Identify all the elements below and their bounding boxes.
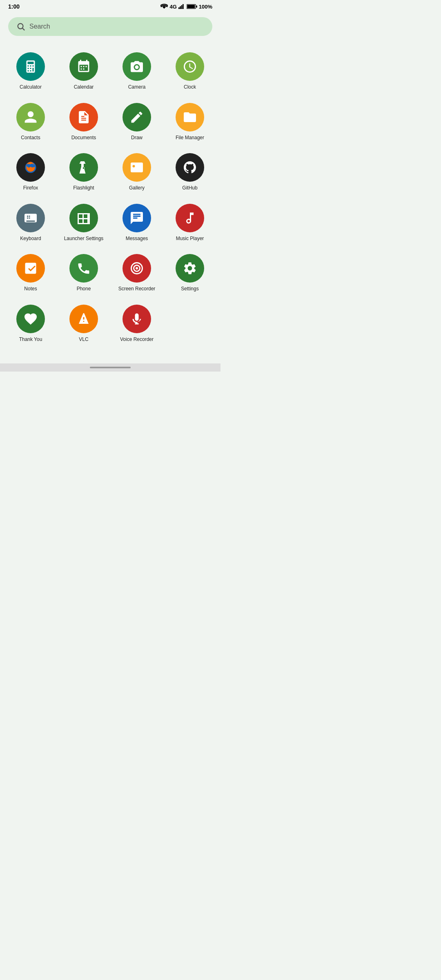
- calculator-icon: [16, 52, 45, 81]
- launcher-settings-icon-bg: [69, 204, 98, 232]
- app-item-voice-recorder[interactable]: Voice Recorder: [112, 301, 161, 347]
- app-item-music-player[interactable]: Music Player: [165, 200, 214, 246]
- settings-label: Settings: [181, 286, 198, 292]
- music-player-label: Music Player: [176, 236, 204, 242]
- app-item-settings[interactable]: Settings: [165, 250, 214, 296]
- settings-icon-bg: [176, 254, 204, 283]
- documents-icon-bg: [69, 103, 98, 131]
- thank-you-icon-bg: [16, 305, 45, 333]
- app-item-gallery[interactable]: Gallery: [112, 149, 161, 196]
- app-item-draw[interactable]: Draw: [112, 99, 161, 145]
- app-item-phone[interactable]: Phone: [59, 250, 108, 296]
- contacts-icon-bg: [16, 103, 45, 131]
- contacts-label: Contacts: [21, 135, 40, 141]
- search-placeholder: Search: [29, 23, 50, 30]
- firefox-icon-bg: [16, 153, 45, 182]
- music-player-icon-bg: [176, 204, 204, 232]
- app-item-notes[interactable]: Notes: [6, 250, 55, 296]
- flashlight-icon-bg: [69, 153, 98, 182]
- messages-label: Messages: [126, 236, 148, 242]
- app-item-firefox[interactable]: Firefox: [6, 149, 55, 196]
- app-item-vlc[interactable]: VLC: [59, 301, 108, 347]
- keyboard-icon-bg: [16, 204, 45, 232]
- documents-label: Documents: [71, 135, 96, 141]
- calendar-icon: [69, 52, 98, 81]
- vlc-label: VLC: [79, 336, 88, 343]
- app-item-camera[interactable]: Camera: [112, 48, 161, 95]
- svg-rect-0: [178, 7, 180, 9]
- voice-recorder-icon-bg: [122, 305, 151, 333]
- svg-rect-5: [196, 5, 197, 7]
- clock-icon-bg: [176, 52, 204, 81]
- camera-label: Camera: [128, 84, 146, 91]
- svg-point-12: [136, 267, 138, 270]
- notes-label: Notes: [24, 286, 37, 292]
- network-label: 4G: [169, 4, 176, 10]
- app-item-clock[interactable]: Clock: [165, 48, 214, 95]
- wifi-icon: [160, 4, 168, 9]
- draw-icon-bg: [122, 103, 151, 131]
- app-grid: Calculator Calendar Camera Clock Contact…: [0, 44, 220, 359]
- gallery-label: Gallery: [129, 185, 145, 192]
- app-item-github[interactable]: GitHub: [165, 149, 214, 196]
- messages-icon-bg: [122, 204, 151, 232]
- app-item-file-manager[interactable]: File Manager: [165, 99, 214, 145]
- app-item-contacts[interactable]: Contacts: [6, 99, 55, 145]
- notes-icon-bg: [16, 254, 45, 283]
- app-item-flashlight[interactable]: Flashlight: [59, 149, 108, 196]
- voice-recorder-label: Voice Recorder: [120, 336, 154, 343]
- flashlight-label: Flashlight: [73, 185, 94, 192]
- app-item-thank-you[interactable]: Thank You: [6, 301, 55, 347]
- status-bar: 1:00 4G 100%: [0, 0, 220, 13]
- svg-rect-2: [181, 5, 182, 9]
- keyboard-label: Keyboard: [20, 236, 41, 242]
- calendar-label: Calendar: [74, 84, 94, 91]
- camera-icon-bg: [122, 52, 151, 81]
- phone-icon-bg: [69, 254, 98, 283]
- status-time: 1:00: [8, 3, 20, 10]
- app-item-calculator[interactable]: Calculator: [6, 48, 55, 95]
- app-item-calendar[interactable]: Calendar: [59, 48, 108, 95]
- app-item-screen-recorder[interactable]: Screen Recorder: [112, 250, 161, 296]
- svg-rect-3: [183, 4, 184, 9]
- clock-label: Clock: [184, 84, 196, 91]
- svg-rect-1: [180, 6, 181, 9]
- search-icon: [16, 22, 25, 31]
- launcher-settings-label: Launcher Settings: [64, 236, 104, 242]
- github-label: GitHub: [182, 185, 197, 192]
- nav-bar: [0, 363, 220, 372]
- battery-label: 100%: [199, 4, 212, 10]
- app-item-launcher-settings[interactable]: Launcher Settings: [59, 200, 108, 246]
- screen-recorder-icon-bg: [122, 254, 151, 283]
- gallery-icon-bg: [122, 153, 151, 182]
- file-manager-icon-bg: [176, 103, 204, 131]
- signal-icon: [178, 4, 185, 9]
- firefox-label: Firefox: [23, 185, 38, 192]
- phone-label: Phone: [77, 286, 91, 292]
- battery-icon: [187, 4, 197, 9]
- calculator-label: Calculator: [20, 84, 42, 91]
- screen-recorder-label: Screen Recorder: [118, 286, 156, 292]
- svg-line-8: [22, 28, 24, 30]
- draw-label: Draw: [131, 135, 143, 141]
- search-bar[interactable]: Search: [8, 17, 212, 36]
- app-item-messages[interactable]: Messages: [112, 200, 161, 246]
- nav-pill: [90, 367, 131, 368]
- app-item-keyboard[interactable]: Keyboard: [6, 200, 55, 246]
- file-manager-label: File Manager: [176, 135, 204, 141]
- status-icons: 4G 100%: [160, 4, 212, 10]
- thank-you-label: Thank You: [19, 336, 42, 343]
- vlc-icon-bg: [69, 305, 98, 333]
- app-item-documents[interactable]: Documents: [59, 99, 108, 145]
- svg-point-7: [18, 24, 23, 29]
- svg-rect-6: [187, 5, 195, 8]
- github-icon-bg: [176, 153, 204, 182]
